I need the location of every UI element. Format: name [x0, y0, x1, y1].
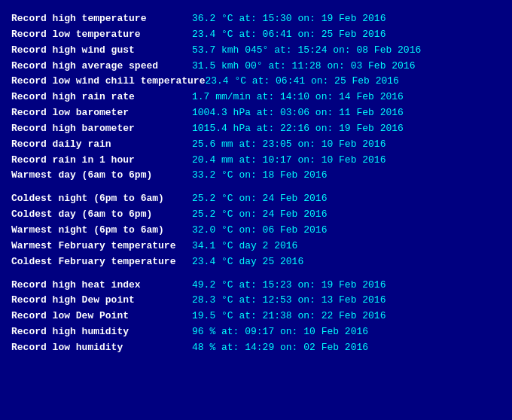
record-row-high-heat-index: Record high heat index49.2 °C at: 15:23 … — [11, 278, 501, 293]
record-row-low-dew-point: Record low Dew Point19.5 °C at: 21:38 on… — [11, 309, 501, 324]
record-row-high-temp: Record high temperature36.2 °C at: 15:30… — [11, 12, 501, 26]
record-label-coldest-night: Coldest night (6pm to 6am) — [11, 192, 192, 206]
record-row-low-barometer: Record low barometer1004.3 hPa at: 03:06… — [11, 106, 501, 120]
record-label-warmest-night: Warmest night (6pm to 6am) — [11, 224, 192, 238]
record-row-warmest-day: Warmest day (6am to 6pm)33.2 °C on: 18 F… — [11, 169, 501, 183]
record-row-high-avg-speed: Record high average speed31.5 kmh 00° at… — [11, 59, 501, 74]
record-value-daily-rain: 25.6 mm at: 23:05 on: 10 Feb 2016 — [192, 138, 501, 152]
records-section-1: Record high temperature36.2 °C at: 15:30… — [11, 12, 501, 183]
record-row-coldest-night: Coldest night (6pm to 6am)25.2 °C on: 24… — [11, 192, 501, 206]
record-row-high-barometer: Record high barometer1015.4 hPa at: 22:1… — [11, 122, 501, 136]
record-value-high-wind-gust: 53.7 kmh 045° at: 15:24 on: 08 Feb 2016 — [192, 44, 501, 58]
records-section-2: Coldest night (6pm to 6am)25.2 °C on: 24… — [11, 192, 501, 269]
record-row-coldest-day: Coldest day (6am to 6pm)25.2 °C on: 24 F… — [11, 208, 501, 222]
record-value-high-temp: 36.2 °C at: 15:30 on: 19 Feb 2016 — [192, 12, 501, 26]
record-value-high-humidity: 96 % at: 09:17 on: 10 Feb 2016 — [192, 325, 501, 339]
record-value-warmest-feb-temp: 34.1 °C day 2 2016 — [192, 239, 501, 254]
record-label-coldest-day: Coldest day (6am to 6pm) — [11, 208, 192, 222]
record-value-warmest-night: 32.0 °C on: 06 Feb 2016 — [192, 224, 501, 238]
record-value-rain-hour: 20.4 mm at: 10:17 on: 10 Feb 2016 — [192, 154, 501, 168]
record-label-rain-hour: Record rain in 1 hour — [11, 154, 192, 168]
record-value-warmest-day: 33.2 °C on: 18 Feb 2016 — [192, 169, 501, 183]
record-label-warmest-feb-temp: Warmest February temperature — [11, 239, 192, 254]
record-value-high-dew-point: 28.3 °C at: 12:53 on: 13 Feb 2016 — [192, 294, 501, 308]
records-section-3: Record high heat index49.2 °C at: 15:23 … — [11, 278, 501, 355]
record-label-low-wind-chill: Record low wind chill temperature — [11, 75, 205, 89]
record-row-low-humidity: Record low humidity48 % at: 14:29 on: 02… — [11, 341, 501, 355]
record-value-coldest-day: 25.2 °C on: 24 Feb 2016 — [192, 208, 501, 222]
record-label-low-humidity: Record low humidity — [11, 341, 192, 355]
record-value-low-barometer: 1004.3 hPa at: 03:06 on: 11 Feb 2016 — [192, 106, 501, 120]
record-row-warmest-night: Warmest night (6pm to 6am)32.0 °C on: 06… — [11, 224, 501, 238]
record-row-low-wind-chill: Record low wind chill temperature23.4 °C… — [11, 75, 501, 89]
record-label-high-rain-rate: Record high rain rate — [11, 90, 192, 105]
record-value-coldest-feb-temp: 23.4 °C day 25 2016 — [192, 255, 501, 269]
record-row-high-rain-rate: Record high rain rate1.7 mm/min at: 14:1… — [11, 90, 501, 105]
record-value-coldest-night: 25.2 °C on: 24 Feb 2016 — [192, 192, 501, 206]
record-label-high-dew-point: Record high Dew point — [11, 294, 192, 308]
record-value-high-heat-index: 49.2 °C at: 15:23 on: 19 Feb 2016 — [192, 278, 501, 293]
record-value-low-temp: 23.4 °C at: 06:41 on: 25 Feb 2016 — [192, 28, 501, 42]
record-label-low-temp: Record low temperature — [11, 28, 192, 42]
record-label-low-dew-point: Record low Dew Point — [11, 309, 192, 324]
record-label-high-temp: Record high temperature — [11, 12, 192, 26]
record-row-rain-hour: Record rain in 1 hour20.4 mm at: 10:17 o… — [11, 154, 501, 168]
record-row-high-wind-gust: Record high wind gust53.7 kmh 045° at: 1… — [11, 44, 501, 58]
record-row-coldest-feb-temp: Coldest February temperature23.4 °C day … — [11, 255, 501, 269]
record-row-high-dew-point: Record high Dew point28.3 °C at: 12:53 o… — [11, 294, 501, 308]
record-row-low-temp: Record low temperature23.4 °C at: 06:41 … — [11, 28, 501, 42]
record-row-warmest-feb-temp: Warmest February temperature34.1 °C day … — [11, 239, 501, 254]
record-value-high-avg-speed: 31.5 kmh 00° at: 11:28 on: 03 Feb 2016 — [192, 59, 501, 74]
record-label-high-humidity: Record high humidity — [11, 325, 192, 339]
record-label-low-barometer: Record low barometer — [11, 106, 192, 120]
record-label-high-heat-index: Record high heat index — [11, 278, 192, 293]
record-label-warmest-day: Warmest day (6am to 6pm) — [11, 169, 192, 183]
record-row-high-humidity: Record high humidity96 % at: 09:17 on: 1… — [11, 325, 501, 339]
record-row-daily-rain: Record daily rain25.6 mm at: 23:05 on: 1… — [11, 138, 501, 152]
record-label-high-wind-gust: Record high wind gust — [11, 44, 192, 58]
record-value-high-barometer: 1015.4 hPa at: 22:16 on: 19 Feb 2016 — [192, 122, 501, 136]
record-value-low-humidity: 48 % at: 14:29 on: 02 Feb 2016 — [192, 341, 501, 355]
record-value-low-wind-chill: 23.4 °C at: 06:41 on: 25 Feb 2016 — [205, 75, 501, 89]
record-label-daily-rain: Record daily rain — [11, 138, 192, 152]
record-label-coldest-feb-temp: Coldest February temperature — [11, 255, 192, 269]
record-label-high-barometer: Record high barometer — [11, 122, 192, 136]
record-value-low-dew-point: 19.5 °C at: 21:38 on: 22 Feb 2016 — [192, 309, 501, 324]
record-label-high-avg-speed: Record high average speed — [11, 59, 192, 74]
record-value-high-rain-rate: 1.7 mm/min at: 14:10 on: 14 Feb 2016 — [192, 90, 501, 105]
